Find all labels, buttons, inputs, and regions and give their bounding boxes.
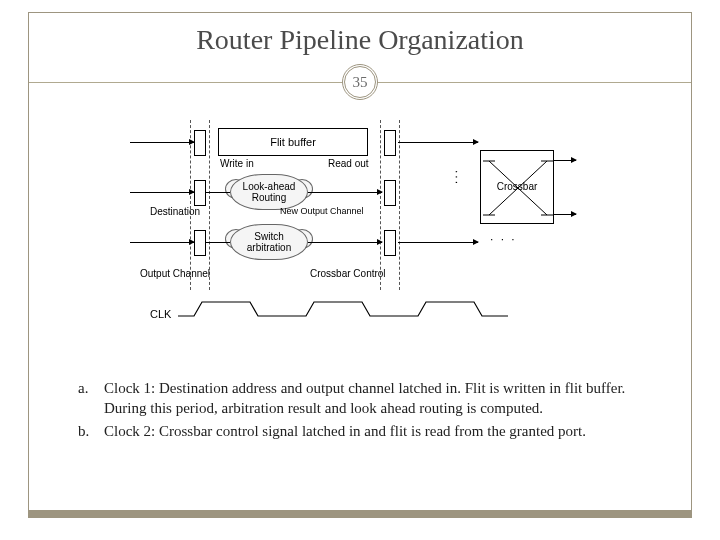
latch-flit-1 — [194, 130, 206, 156]
list-text-b: Clock 2: Crossbar control signal latched… — [104, 421, 586, 441]
switch-arb-label: Switch arbitration — [231, 231, 307, 253]
description-list: a. Clock 1: Destination address and outp… — [78, 378, 660, 443]
wire-xbarctrl — [308, 242, 382, 243]
flit-buffer-label: Flit buffer — [270, 136, 316, 148]
page-number-badge: 35 — [342, 64, 378, 100]
list-text-a: Clock 1: Destination address and output … — [104, 378, 660, 419]
latch-xbarctrl — [384, 230, 396, 256]
latch-oc — [194, 230, 206, 256]
switch-arb-cloud: Switch arbitration — [230, 224, 308, 260]
list-marker-b: b. — [78, 421, 104, 441]
dots-horiz: · · · — [490, 232, 517, 246]
wire-xbar-out-2 — [554, 214, 576, 215]
crossbar-label: Crossbar — [481, 181, 553, 192]
wire-dest-in — [130, 192, 194, 193]
page-title: Router Pipeline Organization — [0, 24, 720, 56]
write-in-label: Write in — [220, 158, 254, 169]
clk-waveform-icon — [178, 300, 518, 318]
wire-xbarctrl-out — [398, 242, 478, 243]
wire-dest-to-cloud — [206, 192, 230, 193]
destination-label: Destination — [150, 206, 200, 217]
latch-dest — [194, 180, 206, 206]
wire-flit-out — [398, 142, 478, 143]
page-number: 35 — [353, 74, 368, 91]
wire-oc-to-cloud — [206, 242, 230, 243]
crossbar-box: Crossbar — [480, 150, 554, 224]
look-ahead-label: Look-ahead Routing — [231, 181, 307, 203]
clk-label: CLK — [150, 308, 171, 320]
router-diagram: Flit buffer Write in Read out Look-ahead… — [120, 120, 580, 340]
wire-xbar-out-1 — [554, 160, 576, 161]
list-item: a. Clock 1: Destination address and outp… — [78, 378, 660, 419]
read-out-label: Read out — [328, 158, 369, 169]
latch-newout — [384, 180, 396, 206]
new-output-label: New Output Channel — [280, 206, 364, 216]
wire-newout — [308, 192, 382, 193]
wire-flit-in — [130, 142, 194, 143]
flit-buffer-box: Flit buffer — [218, 128, 368, 156]
output-channel-label: Output Channel — [140, 268, 210, 279]
list-item: b. Clock 2: Crossbar control signal latc… — [78, 421, 660, 441]
look-ahead-cloud: Look-ahead Routing — [230, 174, 308, 210]
latch-flit-2 — [384, 130, 396, 156]
dots-vert: ··· — [450, 170, 464, 186]
list-marker-a: a. — [78, 378, 104, 419]
crossbar-control-label: Crossbar Control — [310, 268, 386, 279]
wire-oc-in — [130, 242, 194, 243]
